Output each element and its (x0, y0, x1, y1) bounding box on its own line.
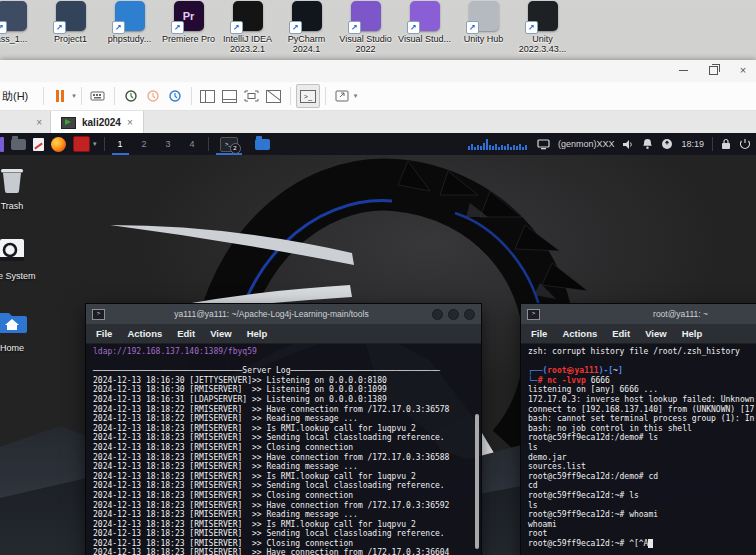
desktop-icon-trash[interactable]: Trash (0, 163, 38, 211)
toolbar-separator (81, 87, 82, 105)
desktop-icon-intellij-idea[interactable]: ↗ IntelliJ IDEA 2023.2.1 (218, 1, 277, 54)
desktop-icon-phpstudy[interactable]: ↗ phpstudy... (100, 1, 159, 54)
workspace-4-button[interactable]: 4 (184, 133, 201, 155)
notifications-bell-icon[interactable] (642, 138, 653, 150)
terminal-titlebar[interactable]: > root@ya111: ~ (521, 304, 756, 324)
terminal-launcher-icon[interactable] (73, 136, 90, 152)
menu-edit[interactable]: Edit (612, 328, 630, 339)
open-terminal-button[interactable]: >_ (296, 84, 320, 108)
snapshot-clock-icon (124, 89, 138, 103)
text-editor-launcher-icon[interactable] (33, 138, 44, 151)
desktop-icon-unity-hub[interactable]: ↗ Unity Hub (454, 1, 513, 54)
workspace-2-button[interactable]: 2 (136, 133, 153, 155)
file-manager-launcher-icon[interactable] (11, 139, 26, 150)
menu-view[interactable]: View (645, 328, 666, 339)
desktop-icon-premiere-pro[interactable]: Pr↗ Premiere Pro (159, 1, 218, 54)
terminal-output[interactable]: ldap://192.168.137.140:1389/fbyq59 ─────… (86, 344, 481, 555)
shortcut-arrow-icon: ↗ (0, 21, 7, 34)
maximize-button[interactable] (448, 309, 459, 320)
kali-menu-icon[interactable] (0, 137, 4, 152)
toolbar-separator (191, 87, 192, 105)
chevron-down-icon[interactable]: ▾ (72, 92, 76, 100)
tab-kali2024[interactable]: kali2024 × (50, 111, 144, 134)
clock[interactable]: 18:19 (681, 139, 704, 149)
desktop-icon-file-system[interactable]: File System (0, 233, 38, 281)
panel-separator (104, 137, 105, 151)
update-status-icon[interactable] (661, 138, 673, 150)
free-stretch-toggle[interactable] (263, 85, 285, 107)
shortcut-arrow-icon: ↗ (289, 21, 302, 34)
previous-vm-tab[interactable]: × (0, 111, 50, 134)
toolbar-separator (325, 87, 326, 105)
show-thumbnail-bar-toggle[interactable] (219, 85, 241, 107)
terminal-window-icon: >_2 (220, 137, 238, 152)
manage-snapshots-button[interactable] (164, 85, 186, 107)
desktop-icon-label: Visual Stud... (398, 34, 451, 44)
close-tab-icon[interactable]: × (127, 117, 133, 128)
lock-screen-icon[interactable] (721, 138, 731, 150)
menu-actions[interactable]: Actions (127, 328, 162, 339)
toolbar-separator (43, 87, 44, 105)
terminal-output[interactable]: zsh: corrupt history file /root/.zsh_his… (521, 344, 756, 555)
toolbar-separator (290, 87, 291, 105)
fullscreen-button[interactable] (331, 85, 353, 107)
console-view-button[interactable] (241, 85, 263, 107)
menu-help[interactable]: Help (682, 328, 703, 339)
close-button[interactable] (464, 309, 475, 320)
desktop-icon-unity[interactable]: ↗ Unity 2022.3.43... (513, 1, 572, 54)
logout-power-icon[interactable] (739, 138, 751, 150)
terminal-titlebar[interactable]: > ya111@ya111: ~/Apache-Log4j-Learning-m… (86, 304, 481, 324)
tab-label: kali2024 (82, 117, 121, 128)
kali-vm-screen: ▾ 1 2 3 4 >_2 (genmon)XXX (0, 133, 756, 555)
minimize-button[interactable] (676, 63, 690, 77)
app-icon: ↗ (115, 1, 145, 31)
shortcut-arrow-icon: ↗ (466, 21, 479, 34)
send-ctrl-alt-del-button[interactable] (87, 85, 109, 107)
desktop-icon-pycharm[interactable]: ↗ PyCharm 2024.1 (277, 1, 336, 54)
desktop-icon-visual-studio-2[interactable]: ↗ Visual Stud... (395, 1, 454, 54)
scrollbar-thumb[interactable] (475, 414, 479, 549)
menu-file[interactable]: File (531, 328, 547, 339)
app-icon: ↗ (528, 1, 558, 31)
desktop-icon-visual-studio-2022[interactable]: ↗ Visual Studio 2022 (336, 1, 395, 54)
terminal-icon: > (92, 309, 105, 320)
pause-icon (56, 90, 64, 102)
close-tab-icon[interactable]: × (36, 117, 42, 128)
restore-button[interactable] (706, 63, 720, 77)
cpu-graph-sparkline[interactable] (467, 139, 529, 150)
desktop-icon-project1[interactable]: ↗ Project1 (41, 1, 100, 54)
menu-file[interactable]: File (96, 328, 112, 339)
menu-help[interactable]: Help (247, 328, 268, 339)
file-system-icon (0, 233, 29, 267)
minimize-button[interactable] (432, 309, 443, 320)
terminal-title: root@ya111: ~ (546, 309, 756, 319)
app-icon: ↗ (56, 1, 86, 31)
close-button[interactable]: × (736, 63, 750, 77)
take-snapshot-button[interactable] (120, 85, 142, 107)
premiere-pr-glyph: Pr (183, 10, 195, 22)
snapshot-manager-icon (168, 89, 182, 103)
desktop-icon-ass1[interactable]: ↗ ass_1... (0, 1, 41, 54)
firefox-launcher-icon[interactable] (51, 137, 66, 152)
help-menu[interactable]: 助(H) (0, 89, 38, 104)
suspend-vm-button[interactable] (49, 85, 71, 107)
terminal-window-button[interactable]: >_2 (216, 133, 242, 155)
menu-edit[interactable]: Edit (177, 328, 195, 339)
display-icon[interactable] (537, 139, 550, 150)
chevron-down-icon[interactable]: ▾ (93, 140, 97, 148)
vmware-titlebar[interactable]: × (0, 60, 756, 82)
fit-guest-icon (244, 90, 259, 102)
desktop-icon-label: Trash (1, 201, 24, 211)
menu-view[interactable]: View (210, 328, 231, 339)
chevron-down-icon[interactable]: ▾ (354, 92, 358, 100)
workspace-3-button[interactable]: 3 (160, 133, 177, 155)
genmon-plugin-label[interactable]: (genmon)XXX (558, 139, 615, 149)
file-manager-window-button[interactable] (255, 139, 270, 150)
volume-icon[interactable] (622, 139, 634, 150)
app-icon: ↗ (351, 1, 381, 31)
desktop-icon-home[interactable]: Home (0, 305, 38, 353)
menu-actions[interactable]: Actions (562, 328, 597, 339)
show-library-toggle[interactable] (197, 85, 219, 107)
workspace-1-button[interactable]: 1 (112, 133, 129, 155)
revert-snapshot-button[interactable] (142, 85, 164, 107)
